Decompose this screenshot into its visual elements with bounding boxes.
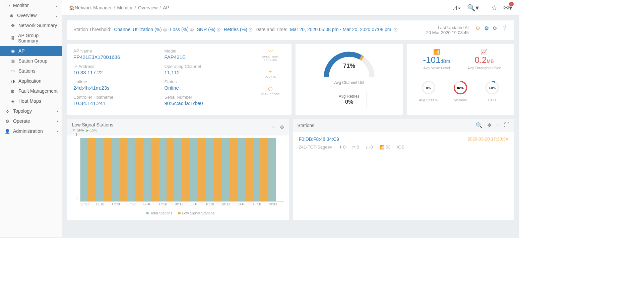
threshold-chip[interactable]: SNR (%) — [197, 27, 215, 32]
bar — [253, 138, 260, 201]
threshold-label: Station Threshold: — [73, 27, 111, 32]
nav-icon: ⊕ — [8, 13, 14, 18]
threshold-chip[interactable]: Retries (%) — [224, 27, 247, 32]
memory-donut: 82% Memory — [445, 80, 476, 102]
bar — [198, 138, 206, 201]
bar-group — [221, 138, 237, 201]
nav-item-stations[interactable]: ▭Stations — [0, 66, 62, 76]
chevron-icon: ⌄ — [55, 3, 58, 8]
funnel-icon: ▼ — [72, 128, 76, 132]
threshold-chip[interactable]: Channel Utilization (%) — [114, 27, 162, 32]
nav-icon: ⊹ — [4, 109, 10, 114]
search-icon[interactable]: 🔍▾ — [467, 4, 479, 12]
move-icon[interactable]: ✥ — [487, 122, 492, 128]
bar — [245, 138, 253, 201]
move-icon[interactable]: ✥ — [280, 124, 284, 130]
metrics-panel: 📶 -101dBm Avg Noise Level 📈 0.2MB Avg Th… — [407, 44, 514, 115]
bar — [127, 138, 135, 201]
bar — [182, 138, 190, 201]
activity-icon[interactable]: ⩘▾ — [451, 4, 461, 12]
bar — [268, 138, 276, 201]
nav-item-overview[interactable]: ⊕Overview⌄ — [0, 10, 62, 20]
chip-clear-icon[interactable]: ⓧ — [217, 28, 220, 32]
nav-item-topology[interactable]: ⊹Topology› — [0, 106, 62, 116]
bar-group — [143, 138, 159, 201]
nav-item-application[interactable]: ◑Application — [0, 76, 62, 86]
nav-item-fault-management[interactable]: 🗎Fault Management — [0, 86, 62, 96]
bar-group — [174, 138, 190, 201]
bar-group — [159, 138, 175, 201]
feature-vlan-probe[interactable]: ⬡VLAN PROBE — [261, 86, 280, 96]
ap-name: FP421E3X17001686 — [73, 54, 165, 60]
nav-icon: ▭ — [10, 69, 16, 74]
chip-clear-icon[interactable]: ⓧ — [163, 28, 167, 32]
feature-locate[interactable]: ⌖LOCATE — [265, 69, 276, 78]
bar — [135, 138, 143, 201]
x-tick: 17:30 — [127, 202, 143, 208]
nav-item-monitor[interactable]: 🖵Monitor⌄ — [0, 0, 62, 10]
chart-legend: Total Stations Low Signal Stations — [72, 211, 284, 215]
expand-icon[interactable]: ⛶ — [504, 122, 509, 128]
breadcrumb-item[interactable]: AP — [163, 5, 169, 10]
breadcrumb-item[interactable]: Monitor — [117, 5, 133, 10]
gear-icon[interactable]: ⚙ — [484, 25, 489, 31]
feature-spectrum-enabled[interactable]: 〰SPECTRUM ENABLED — [255, 49, 285, 61]
station-mac[interactable]: F0:DB:F8:48:34:C9 — [299, 136, 339, 142]
breadcrumb-item[interactable]: Overview — [138, 5, 157, 10]
chip-clear-icon[interactable]: ⓧ — [190, 28, 194, 32]
x-tick: 17:00 — [80, 202, 96, 208]
sliders-icon[interactable]: ⚙ — [475, 25, 480, 31]
bar — [120, 138, 127, 201]
download-icon: ⬇ — [339, 145, 342, 150]
ap-serial: 90:6c:ac:fa:1d:e0 — [165, 100, 256, 106]
ap-uptime: 24d:4h:41m:23s — [73, 85, 165, 91]
nav-icon: ▥ — [10, 59, 16, 64]
mail-icon[interactable]: ✉0▾ — [503, 4, 512, 12]
breadcrumb-item[interactable]: Network Manager — [75, 5, 112, 10]
bar — [190, 138, 198, 201]
threshold-chip[interactable]: Loss (%) — [170, 27, 189, 32]
station-timestamp: 2020-03-20 17:23:34 — [467, 136, 508, 141]
datetime-value[interactable]: Mar 20, 2020 05:08 pm - Mar 20, 2020 07:… — [290, 27, 391, 32]
svg-text:82%: 82% — [457, 86, 464, 90]
nav-item-heat-maps[interactable]: ◈Heat Maps — [0, 96, 62, 106]
bar — [174, 138, 182, 201]
nav-icon: ⚙ — [4, 119, 10, 124]
x-tick: 19:00 — [268, 202, 284, 208]
bar — [143, 138, 151, 201]
breadcrumb: 🏠Network Manager/Monitor/Overview/AP — [69, 5, 169, 10]
nav-item-operate[interactable]: ⚙Operate› — [0, 116, 62, 126]
datetime-label: Date and Time: — [256, 27, 287, 32]
nav-item-ap-group-summary[interactable]: 🗄AP Group Summary — [0, 30, 62, 46]
station-row[interactable]: F0:DB:F8:48:34:C9 2020-03-20 17:23:34 24… — [299, 136, 508, 150]
refresh-icon[interactable]: ⟳ — [493, 25, 497, 31]
stations-panel: Stations 🔍 ✥ ≡ ⛶ F0:DB:F8:48:34:C9 2020-… — [293, 119, 514, 220]
x-tick: 17:20 — [112, 202, 127, 208]
star-icon[interactable]: ☆ — [491, 4, 497, 12]
ap-status: Online — [165, 85, 256, 91]
menu-icon[interactable]: ≡ — [272, 124, 275, 130]
menu-icon[interactable]: ≡ — [496, 122, 499, 128]
bar-group — [190, 138, 206, 201]
x-tick: 18:00 — [174, 202, 190, 208]
help-icon[interactable]: ❔ — [501, 25, 508, 31]
gauge-label: Avg Channel Util — [334, 80, 364, 85]
x-tick: 18:40 — [237, 202, 253, 208]
x-tick: 18:30 — [221, 202, 237, 208]
chip-clear-icon[interactable]: ⓧ — [249, 28, 252, 32]
stations-title: Stations — [298, 123, 315, 128]
updated-value: 20 Mar 2020 19:08:45 — [426, 30, 469, 35]
ap-info-panel: AP NameFP421E3X17001686 IP Address10.33.… — [67, 44, 292, 115]
x-tick: 17:50 — [158, 202, 174, 208]
nav-item-network-summary[interactable]: ✥Network Summary — [0, 20, 62, 30]
datetime-clear-icon[interactable]: ⓧ — [394, 28, 397, 32]
nav-item-station-group[interactable]: ▥Station Group — [0, 56, 62, 66]
nav-item-administration[interactable]: 👤Administration› — [0, 126, 62, 136]
nav-item-ap[interactable]: ◉AP — [0, 46, 62, 56]
bar-group — [206, 138, 221, 201]
bar — [151, 138, 158, 201]
bar — [167, 138, 174, 201]
bar — [80, 138, 88, 201]
bar — [237, 138, 245, 201]
search-icon[interactable]: 🔍 — [476, 122, 482, 128]
